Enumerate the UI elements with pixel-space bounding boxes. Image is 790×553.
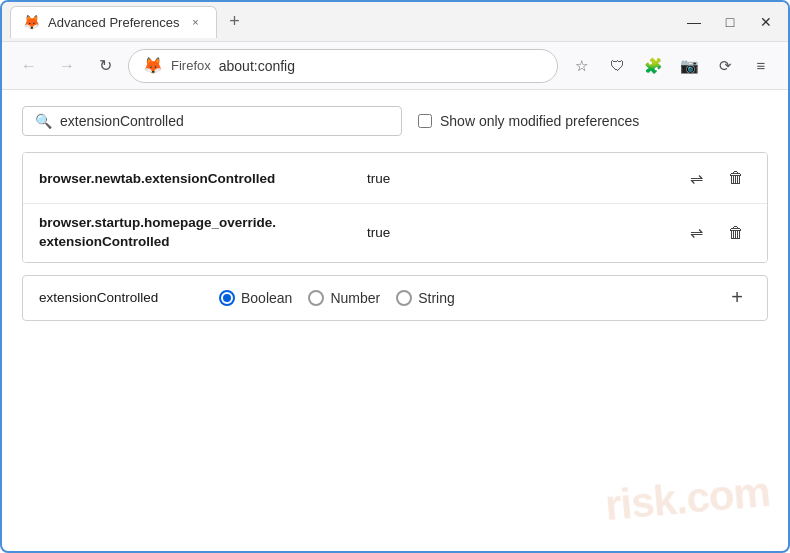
search-icon: 🔍: [35, 113, 52, 129]
address-bar[interactable]: 🦊 Firefox about:config: [128, 49, 558, 83]
add-preference-button[interactable]: +: [723, 284, 751, 312]
nav-bar: ← → ↻ 🦊 Firefox about:config ☆ 🛡 🧩 📷 ⟳ ≡: [2, 42, 788, 90]
new-pref-name: extensionControlled: [39, 290, 199, 305]
number-radio[interactable]: [308, 290, 324, 306]
menu-icon: ≡: [757, 57, 766, 74]
boolean-radio-label[interactable]: Boolean: [219, 290, 292, 306]
screenshot-button[interactable]: 📷: [674, 51, 704, 81]
new-tab-button[interactable]: +: [221, 8, 249, 36]
tab-favicon: 🦊: [23, 14, 40, 30]
bookmark-button[interactable]: ☆: [566, 51, 596, 81]
shield-button[interactable]: 🛡: [602, 51, 632, 81]
pref-name-2-line1: browser.startup.homepage_override.: [39, 214, 359, 233]
table-row: browser.newtab.extensionControlled true …: [23, 153, 767, 204]
maximize-button[interactable]: □: [716, 8, 744, 36]
nav-icons-group: ☆ 🛡 🧩 📷 ⟳ ≡: [566, 51, 776, 81]
bookmark-icon: ☆: [575, 57, 588, 75]
delete-icon-1: 🗑: [728, 169, 744, 187]
swap-icon-1: ⇌: [690, 169, 703, 188]
delete-button-2[interactable]: 🗑: [721, 218, 751, 248]
search-box[interactable]: 🔍: [22, 106, 402, 136]
modified-prefs-checkbox-label[interactable]: Show only modified preferences: [418, 113, 639, 129]
forward-button[interactable]: →: [52, 51, 82, 81]
preferences-table: browser.newtab.extensionControlled true …: [22, 152, 768, 263]
back-icon: ←: [21, 57, 37, 75]
modified-prefs-checkbox[interactable]: [418, 114, 432, 128]
reload-button[interactable]: ↻: [90, 51, 120, 81]
shield-icon: 🛡: [610, 57, 625, 74]
screenshot-icon: 📷: [680, 57, 699, 75]
type-radio-group: Boolean Number String: [219, 290, 455, 306]
number-radio-label[interactable]: Number: [308, 290, 380, 306]
browser-tab[interactable]: 🦊 Advanced Preferences ×: [10, 6, 217, 38]
search-row: 🔍 Show only modified preferences: [22, 106, 768, 136]
pref-actions-1: ⇌ 🗑: [681, 163, 751, 193]
pref-name-1: browser.newtab.extensionControlled: [39, 171, 359, 186]
pref-name-2: browser.startup.homepage_override. exten…: [39, 214, 359, 252]
watermark: risk.com: [603, 468, 771, 530]
boolean-label: Boolean: [241, 290, 292, 306]
extension-icon: 🧩: [644, 57, 663, 75]
swap-button-2[interactable]: ⇌: [681, 218, 711, 248]
new-preference-row: extensionControlled Boolean Number Strin…: [22, 275, 768, 321]
menu-button[interactable]: ≡: [746, 51, 776, 81]
browser-label: Firefox: [171, 58, 211, 73]
close-button[interactable]: ✕: [752, 8, 780, 36]
pref-actions-2: ⇌ 🗑: [681, 218, 751, 248]
content-area: 🔍 Show only modified preferences browser…: [2, 90, 788, 337]
checkbox-label-text: Show only modified preferences: [440, 113, 639, 129]
back-button[interactable]: ←: [14, 51, 44, 81]
forward-icon: →: [59, 57, 75, 75]
url-display: about:config: [219, 58, 295, 74]
reload-icon: ↻: [99, 56, 112, 75]
sync-button[interactable]: ⟳: [710, 51, 740, 81]
pref-value-2: true: [367, 225, 681, 240]
firefox-icon: 🦊: [143, 56, 163, 75]
number-label: Number: [330, 290, 380, 306]
minimize-button[interactable]: —: [680, 8, 708, 36]
title-bar: 🦊 Advanced Preferences × + — □ ✕: [2, 2, 788, 42]
pref-value-1: true: [367, 171, 681, 186]
delete-button-1[interactable]: 🗑: [721, 163, 751, 193]
boolean-radio[interactable]: [219, 290, 235, 306]
tab-title: Advanced Preferences: [48, 15, 180, 30]
sync-icon: ⟳: [719, 57, 732, 75]
string-radio-label[interactable]: String: [396, 290, 455, 306]
search-input[interactable]: [60, 113, 389, 129]
string-label: String: [418, 290, 455, 306]
window-controls: — □ ✕: [680, 8, 780, 36]
tab-close-button[interactable]: ×: [188, 14, 204, 30]
table-row: browser.startup.homepage_override. exten…: [23, 204, 767, 262]
delete-icon-2: 🗑: [728, 224, 744, 242]
pref-name-2-line2: extensionControlled: [39, 233, 359, 252]
string-radio[interactable]: [396, 290, 412, 306]
swap-button-1[interactable]: ⇌: [681, 163, 711, 193]
extension-button[interactable]: 🧩: [638, 51, 668, 81]
swap-icon-2: ⇌: [690, 223, 703, 242]
